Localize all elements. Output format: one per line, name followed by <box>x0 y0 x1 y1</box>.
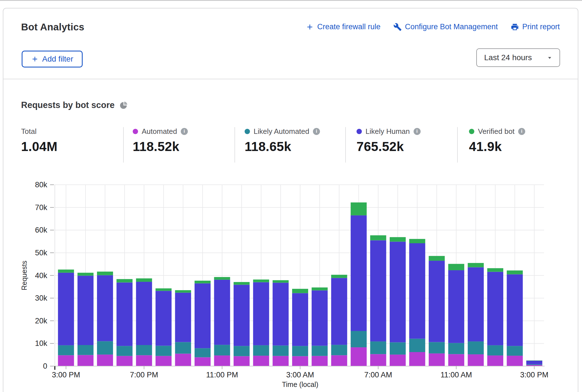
stat-total-value: 1.04M <box>21 139 57 154</box>
stat-divider <box>457 127 458 163</box>
svg-text:3:00 PM: 3:00 PM <box>520 371 549 379</box>
time-range-value: Last 24 hours <box>484 53 532 62</box>
bot-analytics-page: Bot Analytics Create firewall rule Confi… <box>0 0 582 392</box>
stat-likely-automated-value: 118.65k <box>245 139 320 154</box>
stat-divider <box>123 127 124 163</box>
time-range-select[interactable]: Last 24 hours <box>476 48 560 67</box>
stat-likely-human: Likely Human i 765.52k <box>357 127 421 154</box>
pie-chart-icon <box>119 101 128 109</box>
svg-text:3:00 PM: 3:00 PM <box>52 371 80 379</box>
svg-text:3:00 AM: 3:00 AM <box>286 371 314 379</box>
svg-text:20k: 20k <box>35 317 47 325</box>
svg-text:7:00 AM: 7:00 AM <box>364 371 392 379</box>
page-top-border <box>0 0 582 1</box>
verified-bot-legend-dot <box>469 129 474 134</box>
add-filter-label: Add filter <box>42 55 73 64</box>
stat-automated-value: 118.52k <box>133 139 188 154</box>
stat-verified-bot-label: Verified bot <box>478 127 515 136</box>
create-firewall-rule-label: Create firewall rule <box>317 22 380 31</box>
svg-text:Requests: Requests <box>20 261 28 290</box>
likely-automated-legend-dot <box>245 129 250 134</box>
stat-divider <box>234 127 235 163</box>
svg-text:11:00 PM: 11:00 PM <box>206 371 238 379</box>
likely-human-legend-dot <box>357 129 362 134</box>
chevron-down-icon <box>546 54 553 61</box>
info-icon[interactable]: i <box>414 128 421 135</box>
svg-text:40k: 40k <box>35 271 47 280</box>
stat-verified-bot: Verified bot i 41.9k <box>469 127 525 154</box>
svg-text:Time (local): Time (local) <box>282 380 319 388</box>
info-icon[interactable]: i <box>313 128 320 135</box>
requests-by-bot-score-chart[interactable]: 010k20k30k40k50k60k70k80k3:00 PM7:00 PM1… <box>0 169 582 392</box>
stat-divider <box>345 127 346 163</box>
stat-likely-human-value: 765.52k <box>357 139 421 154</box>
header-actions: Create firewall rule Configure Bot Manag… <box>306 22 560 31</box>
info-icon[interactable]: i <box>518 128 525 135</box>
plus-icon <box>306 23 314 31</box>
print-report-label: Print report <box>522 22 560 31</box>
stacked-bar-chart[interactable]: 010k20k30k40k50k60k70k80k3:00 PM7:00 PM1… <box>0 169 582 392</box>
svg-text:11:00 AM: 11:00 AM <box>441 371 472 379</box>
section-heading: Requests by bot score <box>21 100 114 110</box>
stat-likely-automated: Likely Automated i 118.65k <box>245 127 320 154</box>
stat-total-label: Total <box>21 127 37 136</box>
stat-automated-label: Automated <box>142 127 177 136</box>
svg-text:60k: 60k <box>35 226 47 234</box>
section-heading-row: Requests by bot score <box>21 100 128 110</box>
section-divider <box>3 79 578 79</box>
stat-automated: Automated i 118.52k <box>133 127 188 154</box>
configure-bot-management-label: Configure Bot Management <box>405 22 498 31</box>
svg-text:70k: 70k <box>35 203 47 212</box>
stat-verified-bot-value: 41.9k <box>469 139 525 154</box>
printer-icon <box>511 23 519 31</box>
svg-text:7:00 PM: 7:00 PM <box>130 371 158 379</box>
svg-text:50k: 50k <box>35 249 47 257</box>
stat-likely-automated-label: Likely Automated <box>254 127 309 136</box>
svg-text:0: 0 <box>43 362 47 370</box>
add-filter-button[interactable]: Add filter <box>22 51 83 67</box>
stats-row: Total 1.04M Automated i 118.52k Likely A… <box>0 127 582 163</box>
stat-total: Total 1.04M <box>21 127 57 154</box>
stat-likely-human-label: Likely Human <box>366 127 410 136</box>
plus-icon <box>31 55 39 63</box>
info-icon[interactable]: i <box>181 128 188 135</box>
page-title: Bot Analytics <box>21 21 84 33</box>
svg-text:10k: 10k <box>35 339 47 348</box>
create-firewall-rule-link[interactable]: Create firewall rule <box>306 22 380 31</box>
print-report-link[interactable]: Print report <box>511 22 560 31</box>
svg-text:30k: 30k <box>35 294 47 302</box>
automated-legend-dot <box>133 129 138 134</box>
wrench-icon <box>393 23 402 31</box>
svg-text:80k: 80k <box>35 181 47 189</box>
configure-bot-management-link[interactable]: Configure Bot Management <box>393 22 498 31</box>
